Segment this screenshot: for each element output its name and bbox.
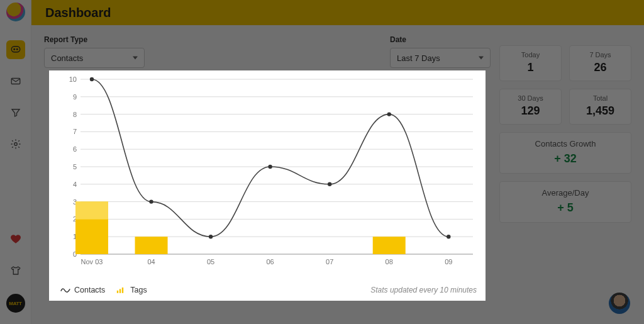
tshirt-icon[interactable] xyxy=(6,261,25,280)
stat-total-value: 1,459 xyxy=(572,104,628,118)
report-type-label: Report Type xyxy=(44,35,145,44)
date-select[interactable]: Last 7 Days xyxy=(390,48,491,68)
date-label: Date xyxy=(390,35,491,44)
heart-icon[interactable] xyxy=(6,230,25,249)
svg-point-35 xyxy=(90,77,94,81)
stat-today-value: 1 xyxy=(502,61,558,74)
svg-text:06: 06 xyxy=(267,258,274,265)
page-title: Dashboard xyxy=(45,6,111,20)
svg-point-37 xyxy=(209,235,213,238)
chart-legend: Contacts Tags xyxy=(60,286,147,294)
svg-point-40 xyxy=(387,112,391,116)
svg-text:7: 7 xyxy=(73,128,77,135)
stat-30days-value: 129 xyxy=(502,104,558,118)
brand-badge[interactable]: MATT xyxy=(6,294,25,313)
svg-text:5: 5 xyxy=(73,163,77,170)
svg-point-2 xyxy=(16,48,18,50)
svg-text:Nov 03: Nov 03 xyxy=(81,258,103,265)
stat-7days-value: 26 xyxy=(572,61,628,74)
svg-text:05: 05 xyxy=(207,258,214,265)
stat-avg: Average/Day + 5 xyxy=(499,181,631,223)
svg-rect-29 xyxy=(135,237,168,254)
stat-7days-label: 7 Days xyxy=(572,51,628,59)
stat-growth-value: + 32 xyxy=(502,152,628,165)
date-value: Last 7 Days xyxy=(397,53,440,63)
svg-point-39 xyxy=(328,182,331,186)
svg-text:8: 8 xyxy=(73,111,77,118)
mail-icon[interactable] xyxy=(6,72,25,91)
date-control: Date Last 7 Days xyxy=(390,35,491,68)
stat-today-label: Today xyxy=(502,51,558,59)
funnel-icon[interactable] xyxy=(6,103,25,122)
stat-avg-value: + 5 xyxy=(502,201,628,215)
svg-text:08: 08 xyxy=(386,258,393,265)
stat-30days: 30 Days 129 xyxy=(499,89,562,125)
svg-point-36 xyxy=(149,199,153,203)
svg-text:09: 09 xyxy=(445,258,452,265)
chevron-down-icon xyxy=(133,57,138,60)
app-logo xyxy=(6,3,25,21)
stat-7days: 7 Days 26 xyxy=(569,45,631,81)
svg-rect-51 xyxy=(122,288,123,293)
stat-today: Today 1 xyxy=(499,45,562,81)
chart-footer-note: Stats updated every 10 minutes xyxy=(370,286,477,294)
stat-growth-label: Contacts Growth xyxy=(502,139,628,148)
stat-total: Total 1,459 xyxy=(569,89,631,125)
user-avatar[interactable] xyxy=(609,293,630,314)
dashboard-icon[interactable] xyxy=(6,40,25,59)
chart-svg: 012345678910Nov 03040506070809 xyxy=(65,75,477,268)
legend-tags-label: Tags xyxy=(130,286,147,294)
svg-point-41 xyxy=(447,235,450,238)
stat-avg-label: Average/Day xyxy=(502,188,628,198)
report-type-value: Contacts xyxy=(51,53,83,63)
svg-rect-30 xyxy=(373,237,406,254)
stat-30days-label: 30 Days xyxy=(502,94,558,102)
chevron-down-icon xyxy=(479,57,484,60)
svg-rect-50 xyxy=(119,289,121,293)
chart-panel: 012345678910Nov 03040506070809 Contacts … xyxy=(49,70,486,301)
page-header: Dashboard xyxy=(31,0,644,25)
legend-contacts: Contacts xyxy=(60,286,105,294)
svg-point-1 xyxy=(13,48,14,50)
svg-rect-0 xyxy=(11,47,20,52)
legend-tags: Tags xyxy=(116,286,147,294)
stat-total-label: Total xyxy=(572,94,628,102)
svg-text:4: 4 xyxy=(73,181,77,188)
svg-rect-49 xyxy=(117,291,118,293)
stats-column: Today 1 7 Days 26 30 Days 129 Total 1,45… xyxy=(499,45,631,223)
svg-point-38 xyxy=(268,165,272,169)
svg-text:10: 10 xyxy=(69,75,77,83)
svg-text:9: 9 xyxy=(73,93,77,101)
svg-text:04: 04 xyxy=(147,258,155,265)
stat-growth: Contacts Growth + 32 xyxy=(499,132,631,174)
report-type-control: Report Type Contacts xyxy=(44,35,145,68)
report-type-select[interactable]: Contacts xyxy=(44,48,145,68)
svg-text:07: 07 xyxy=(326,258,333,265)
gear-icon[interactable] xyxy=(6,135,25,154)
svg-point-4 xyxy=(14,143,17,146)
legend-contacts-label: Contacts xyxy=(74,286,105,294)
svg-text:6: 6 xyxy=(73,145,77,153)
sidebar-rail: MATT xyxy=(0,0,31,324)
svg-rect-34 xyxy=(75,202,108,220)
